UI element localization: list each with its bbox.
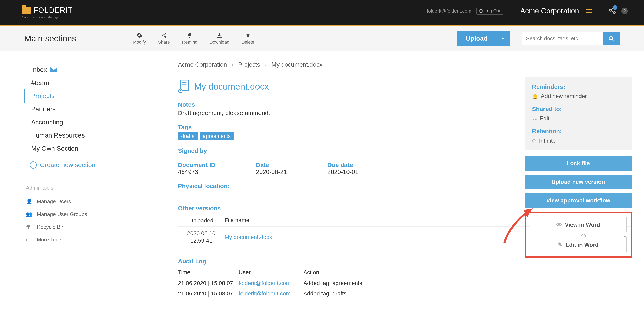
audit-head-user: User [239, 269, 304, 276]
versions-head-uploaded: Uploaded [182, 217, 220, 224]
svg-point-6 [162, 34, 164, 36]
sidebar-item-inbox[interactable]: Inbox [24, 63, 166, 76]
logo-tagline: Your documents. Managed. [22, 15, 73, 19]
add-reminder-button[interactable]: 🔔 Add new reminder [532, 93, 624, 100]
view-in-word-button[interactable]: 👁 View in Word [530, 217, 626, 232]
docid-value: 464973 [178, 168, 216, 175]
audit-table: Time User Action 21.06.2020 | 15:08:07 f… [178, 267, 632, 299]
share-action[interactable]: Share [158, 32, 170, 45]
admin-manage-users[interactable]: 👤 Manage Users [24, 195, 166, 208]
users-icon: 👥 [26, 211, 32, 218]
breadcrumb-item[interactable]: Acme Corporation [178, 61, 227, 68]
delete-action[interactable]: Delete [242, 32, 254, 45]
audit-head-action: Action [304, 269, 632, 276]
svg-point-7 [165, 36, 166, 38]
pencil-icon: ✎ [558, 242, 562, 248]
upload-button-group: Upload [457, 31, 510, 46]
admin-tools-header: Admin tools [24, 185, 166, 191]
divider [600, 7, 600, 15]
eye-icon: 👁 [556, 222, 562, 228]
sidebar: Inbox #team Projects Partners Accounting… [0, 51, 166, 326]
shared-label: Shared to: [532, 106, 624, 112]
share-icon[interactable]: 1 [608, 6, 616, 16]
breadcrumb-item[interactable]: Projects [238, 61, 260, 68]
app-header: FOLDERIT Your documents. Managed. folder… [0, 0, 644, 26]
svg-point-8 [609, 36, 612, 40]
user-email: folderit@folderit.com [427, 8, 471, 14]
breadcrumb: Acme Corporation › Projects › My documen… [178, 61, 632, 68]
audit-label: Audit Log [178, 258, 632, 265]
version-uploaded: 2020.06.10 12:59:41 [182, 230, 220, 244]
date-label: Date [256, 162, 287, 168]
admin-manage-groups[interactable]: 👥 Manage User Groups [24, 208, 166, 221]
document-title: My document.docx [194, 82, 269, 92]
svg-line-4 [611, 11, 614, 12]
due-label: Due date [327, 162, 358, 168]
gear-icon [136, 32, 142, 38]
logo[interactable]: FOLDERIT Your documents. Managed. [22, 6, 73, 19]
svg-point-1 [610, 9, 612, 11]
sidebar-item-partners[interactable]: Partners [24, 102, 166, 116]
reminders-label: Reminders: [532, 83, 624, 90]
notification-badge: 1 [613, 5, 617, 10]
folder-icon [22, 7, 31, 14]
sidebar-item-own[interactable]: My Own Section [24, 142, 166, 155]
upload-dropdown[interactable] [496, 31, 510, 46]
logout-button[interactable]: Log Out [476, 7, 504, 14]
docid-label: Document ID [178, 162, 216, 168]
document-icon [178, 80, 189, 93]
highlight-box: 👁 View in Word ✎ Edit in Word [525, 212, 632, 258]
search-input[interactable] [522, 32, 603, 45]
tag[interactable]: drafts [178, 132, 198, 140]
plus-icon: + [30, 162, 37, 169]
chevron-right-icon: › [26, 236, 32, 243]
svg-line-9 [612, 39, 614, 41]
trash-icon [245, 32, 251, 38]
svg-point-2 [614, 12, 616, 14]
admin-more-tools[interactable]: › More Tools [24, 234, 166, 246]
edit-in-word-button[interactable]: ✎ Edit in Word [530, 237, 626, 252]
organization-name: Acme Corporation [520, 7, 579, 15]
audit-head-time: Time [178, 269, 239, 276]
share-icon: ⫘ [532, 116, 537, 121]
upload-version-button[interactable]: Upload new version [525, 175, 632, 189]
power-icon [479, 9, 483, 13]
svg-point-5 [165, 33, 166, 34]
modify-action[interactable]: Modify [133, 32, 146, 45]
help-icon[interactable]: ? [621, 8, 628, 14]
menu-icon[interactable] [586, 9, 592, 13]
sidebar-item-hr[interactable]: Human Resources [24, 129, 166, 142]
chevron-right-icon: › [232, 62, 234, 67]
date-value: 2020-06-21 [256, 168, 287, 175]
toolbar: Main sections Modify Share Remind Downlo… [0, 26, 644, 51]
search-icon [608, 36, 614, 42]
bell-icon: 🔔 [532, 94, 538, 99]
audit-row: 21.06.2020 | 15:08:07 folderit@folderit.… [178, 288, 632, 299]
right-panel: Reminders: 🔔 Add new reminder Shared to:… [525, 77, 632, 258]
sidebar-item-projects[interactable]: Projects [24, 90, 166, 102]
user-icon: 👤 [26, 198, 32, 205]
search-button[interactable] [603, 32, 620, 45]
main-content: Acme Corporation › Projects › My documen… [166, 51, 644, 326]
clock-icon: ◷ [532, 138, 536, 144]
upload-button[interactable]: Upload [457, 31, 496, 46]
download-action[interactable]: Download [210, 32, 229, 45]
remind-action[interactable]: Remind [182, 32, 198, 45]
admin-recycle-bin[interactable]: 🗑 Recycle Bin [24, 221, 166, 234]
edit-sharing-button[interactable]: ⫘ Edit [532, 115, 624, 122]
tag[interactable]: agreements [200, 132, 234, 140]
mail-icon [50, 67, 58, 72]
download-icon [216, 32, 222, 38]
retention-label: Retention: [532, 128, 624, 135]
lock-file-button[interactable]: Lock file [525, 156, 632, 171]
sidebar-item-accounting[interactable]: Accounting [24, 116, 166, 129]
share-icon [161, 32, 167, 38]
audit-row: 21.06.2020 | 15:08:07 folderit@folderit.… [178, 278, 632, 288]
create-section-button[interactable]: + Create new section [30, 161, 166, 169]
view-workflow-button[interactable]: View approval workflow [525, 193, 632, 208]
bell-icon [187, 32, 193, 38]
sidebar-item-team[interactable]: #team [24, 76, 166, 90]
breadcrumb-item: My document.docx [272, 61, 322, 68]
due-value: 2020-10-01 [327, 168, 358, 175]
chevron-right-icon: › [265, 62, 266, 67]
